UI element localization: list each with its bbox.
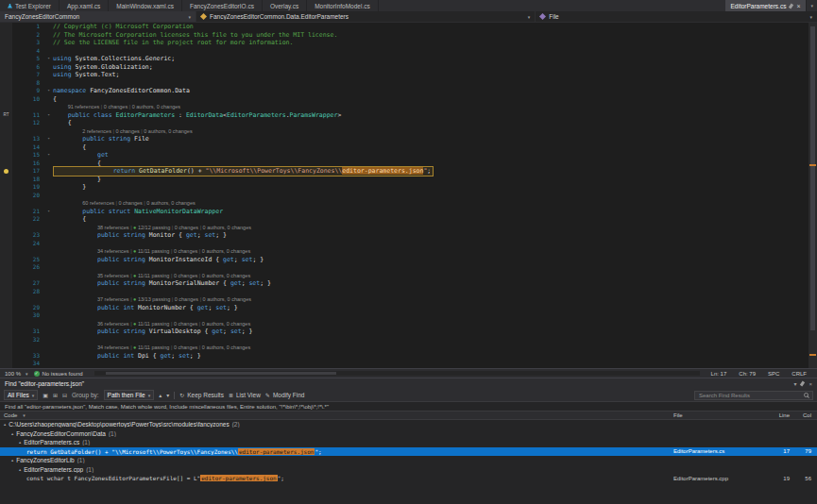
column-line[interactable]: Line xyxy=(768,412,792,418)
modify-find-button[interactable]: ✎ Modify Find xyxy=(265,392,305,398)
close-icon[interactable]: × xyxy=(808,381,812,387)
copy-icon[interactable]: ▣ xyxy=(43,392,48,398)
line-indicator[interactable]: Ln: 17 xyxy=(711,371,727,377)
window-menu-chevron-icon[interactable]: ▾ xyxy=(793,380,796,387)
find-result-row[interactable]: ▴C:\Users\zhaopengwang\Desktop\powertoys… xyxy=(0,420,817,429)
codelens-item[interactable]: 0 authors, 0 changes xyxy=(202,248,250,254)
code-line-12[interactable]: 12 { xyxy=(0,119,808,127)
project-dropdown[interactable]: FancyZonesEditorCommon ▾ xyxy=(0,11,196,22)
codelens-item[interactable]: 0 authors, 0 changes xyxy=(202,273,250,278)
column-indicator[interactable]: Ch: 79 xyxy=(739,371,756,377)
find-result-row[interactable]: const wchar_t FancyZonesEditorParameters… xyxy=(0,474,817,483)
expander-icon[interactable]: ▴ xyxy=(19,467,21,472)
code-line-27[interactable]: 27 public string MonitorSerialNumber { g… xyxy=(0,279,808,288)
code-line-1[interactable]: 1// Copyright (c) Microsoft Corporation xyxy=(0,23,808,31)
type-dropdown[interactable]: FancyZonesEditorCommon.Data.EditorParame… xyxy=(196,11,536,22)
codelens-item[interactable]: 34 references xyxy=(97,248,129,254)
tab-editorparameters-cs[interactable]: EditorParameters.cs × xyxy=(725,0,808,11)
code-line-25[interactable]: 25 public string MonitorInstanceId { get… xyxy=(0,256,808,264)
find-result-row[interactable]: ▴EditorParameters.cs(1) xyxy=(0,438,817,447)
code-line-6[interactable]: 6using System.Globalization; xyxy=(0,63,808,72)
codelens-item[interactable]: 11/11 passing xyxy=(138,321,169,327)
codelens-item[interactable]: 0 changes xyxy=(174,248,197,254)
code-line-5[interactable]: 5▾using System.Collections.Generic; xyxy=(0,55,808,63)
codelens-item[interactable]: 37 references xyxy=(97,296,129,302)
code-line-33[interactable]: 33 public int Dpi { get; set; } xyxy=(0,352,808,361)
tab-fancyzoneseditorio-cs[interactable]: FancyZonesEditorIO.cs xyxy=(182,0,263,11)
horizontal-scrollbar-thumb[interactable] xyxy=(106,372,336,375)
codelens-item[interactable]: 0 changes xyxy=(174,321,197,327)
codelens-item[interactable]: 0 authors, 0 changes xyxy=(132,104,180,109)
codelens-item[interactable]: 0 authors, 0 changes xyxy=(146,200,195,206)
code-line-15[interactable]: 15▾ get xyxy=(0,151,808,160)
fold-marker[interactable]: ▾ xyxy=(44,208,53,216)
codelens-item[interactable]: 36 references xyxy=(97,321,129,327)
code-line-20[interactable]: 20 xyxy=(0,192,808,200)
code-line-14[interactable]: 14 { xyxy=(0,143,808,152)
code-line-34[interactable]: 34 xyxy=(0,360,808,368)
search-find-results-input[interactable]: Search Find Results xyxy=(694,391,813,400)
codelens-item[interactable]: 0 changes xyxy=(104,104,128,109)
tab-mainwindow-xaml-cs[interactable]: MainWindow.xaml.cs xyxy=(109,0,182,11)
code-line-8[interactable]: 8 xyxy=(0,79,808,88)
member-dropdown[interactable]: File ▾ xyxy=(536,11,817,22)
previous-result-icon[interactable]: ▴ xyxy=(159,392,162,398)
code-line-31[interactable]: 31 public string VirtualDesktop { get; s… xyxy=(0,328,808,336)
code-line-7[interactable]: 7using System.Text; xyxy=(0,71,808,79)
tab-monitorinfomodel-cs[interactable]: MonitorInfoModel.cs xyxy=(307,0,379,11)
pin-icon[interactable] xyxy=(789,3,793,8)
codelens-item[interactable]: 13/13 passing xyxy=(138,296,170,302)
keep-results-toggle[interactable]: ↻ Keep Results xyxy=(179,392,224,398)
codelens-item[interactable]: 0 authors, 0 changes xyxy=(202,344,250,350)
column-file[interactable]: File xyxy=(673,412,768,418)
editor-scrollbar[interactable] xyxy=(808,23,817,368)
code-line-3[interactable]: 3// See the LICENSE file in the project … xyxy=(0,39,808,47)
fold-marker[interactable]: ▾ xyxy=(44,151,53,160)
code-line-29[interactable]: 29 public int MonitorNumber { get; set; … xyxy=(0,304,808,312)
code-line-21[interactable]: 21▾ public struct NativeMonitorDataWrapp… xyxy=(0,208,808,216)
codelens-item[interactable]: 0 authors, 0 changes xyxy=(203,296,251,302)
code-line-13[interactable]: 13▾ public string File xyxy=(0,135,808,143)
collapse-all-icon[interactable]: ⊟ xyxy=(62,392,67,398)
code-line-9[interactable]: 9▾namespace FancyZonesEditorCommon.Data xyxy=(0,87,808,95)
expander-icon[interactable]: ▴ xyxy=(4,422,6,427)
code-line-23[interactable]: 23 public string Monitor { get; set; } xyxy=(0,231,808,240)
code-line-24[interactable]: 24 xyxy=(0,240,808,248)
codelens-item[interactable]: 34 references xyxy=(97,344,129,350)
find-panel-titlebar[interactable]: Find "editor-parameters.json" ▾ × xyxy=(0,378,817,389)
tab-test-explorer[interactable]: Test Explorer xyxy=(0,0,60,11)
code-line-22[interactable]: 22 { xyxy=(0,215,808,224)
code-line-18[interactable]: 18 } xyxy=(0,176,808,184)
fold-marker[interactable]: ▾ xyxy=(44,55,53,63)
codelens-item[interactable]: 0 authors, 0 changes xyxy=(203,225,251,230)
tab-app-xaml-cs[interactable]: App.xaml.cs xyxy=(60,0,109,11)
fold-marker[interactable]: ▾ xyxy=(44,135,53,143)
expander-icon[interactable]: ▴ xyxy=(11,431,13,436)
code-line-26[interactable]: 26 xyxy=(0,263,808,272)
code-line-4[interactable]: 4 xyxy=(0,47,808,56)
codelens-item[interactable]: 11/11 passing xyxy=(138,273,169,278)
close-icon[interactable]: × xyxy=(796,3,800,9)
scrollbar-thumb[interactable] xyxy=(810,26,815,330)
codelens-item[interactable]: 91 references xyxy=(68,104,100,109)
zoom-control[interactable]: 100 % ▾ xyxy=(5,371,28,377)
next-result-icon[interactable]: ▾ xyxy=(166,392,169,398)
code-line-17[interactable]: 17 return GetDataFolder() + "\\Microsoft… xyxy=(0,167,808,176)
code-line-32[interactable]: 32 xyxy=(0,336,808,344)
code-health-indicator[interactable]: ✓ No issues found xyxy=(34,371,83,377)
horizontal-scrollbar[interactable] xyxy=(94,371,700,376)
pin-icon[interactable] xyxy=(800,381,805,387)
code-editor[interactable]: 1// Copyright (c) Microsoft Corporation2… xyxy=(0,23,817,368)
code-line-10[interactable]: 10{ xyxy=(0,95,808,104)
expand-all-icon[interactable]: ⊞ xyxy=(53,392,58,398)
code-line-19[interactable]: 19 } xyxy=(0,183,808,192)
quick-actions-lightbulb-icon[interactable] xyxy=(4,169,9,174)
code-line-2[interactable]: 2// The Microsoft Corporation licenses t… xyxy=(0,31,808,40)
codelens-item[interactable]: 60 references xyxy=(82,200,114,206)
find-result-row[interactable]: ▴EditorParameters.cpp(1) xyxy=(0,465,817,475)
fold-marker[interactable]: ▾ xyxy=(44,111,53,120)
tab-list-chevron-icon[interactable]: ▾ xyxy=(807,0,817,11)
expander-icon[interactable]: ▴ xyxy=(19,440,21,445)
scope-filter-dropdown[interactable]: All Files ▾ xyxy=(4,390,38,400)
code-line-11[interactable]: RT11▾ public class EditorParameters : Ed… xyxy=(0,111,808,120)
